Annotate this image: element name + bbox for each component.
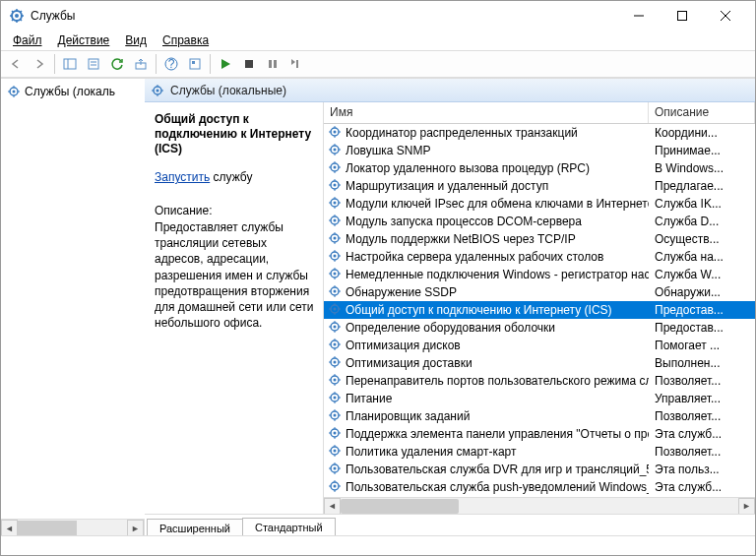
service-row[interactable]: Пользовательская служба DVR для игр и тр… [324, 461, 755, 478]
right-pane: Службы (локальные) Общий доступ к подклю… [145, 79, 755, 535]
service-row[interactable]: Политика удаления смарт-картПозволяет... [324, 443, 755, 461]
menu-view[interactable]: Вид [119, 31, 153, 49]
service-row[interactable]: Планировщик заданийПозволяет... [324, 407, 755, 425]
close-button[interactable] [704, 1, 747, 31]
service-row[interactable]: Ловушка SNMPПринимае... [324, 142, 755, 159]
maximize-button[interactable] [661, 1, 704, 31]
service-row[interactable]: Обнаружение SSDPОбнаружи... [324, 283, 755, 301]
gear-icon [328, 373, 342, 390]
service-row[interactable]: Модули ключей IPsec для обмена ключами в… [324, 195, 755, 213]
svg-point-1 [15, 14, 19, 18]
service-row[interactable]: Пользовательская служба push-уведомлений… [324, 478, 755, 496]
status-bar [1, 535, 755, 555]
list-horizontal-scrollbar[interactable]: ◄ ► [324, 497, 755, 514]
service-name-cell: Ловушка SNMP [346, 144, 430, 157]
export-button[interactable] [130, 53, 152, 75]
svg-point-65 [334, 484, 337, 487]
menu-action[interactable]: Действие [52, 31, 116, 49]
service-rows[interactable]: Координатор распределенных транзакцийКоо… [324, 124, 755, 497]
service-row[interactable]: Перенаправитель портов пользовательского… [324, 372, 755, 390]
gear-icon [328, 462, 342, 478]
menu-file[interactable]: Файл [7, 31, 48, 49]
svg-point-39 [334, 254, 337, 257]
service-name-cell: Пользовательская служба DVR для игр и тр… [346, 463, 649, 476]
service-desc-cell: Предостав... [649, 303, 755, 317]
service-name-cell: Настройка сервера удаленных рабочих стол… [346, 250, 603, 264]
service-row[interactable]: Настройка сервера удаленных рабочих стол… [324, 248, 755, 266]
gear-icon [328, 444, 342, 461]
service-name-cell: Политика удаления смарт-карт [346, 445, 517, 459]
service-row[interactable]: Оптимизация дисковПомогает ... [324, 337, 755, 354]
back-button[interactable] [5, 53, 27, 75]
svg-rect-15 [192, 61, 195, 64]
gear-icon [328, 426, 342, 443]
svg-text:?: ? [168, 57, 175, 71]
column-headers: Имя Описание [324, 102, 755, 124]
gear-icon [328, 178, 342, 195]
right-pane-header: Службы (локальные) [145, 79, 755, 102]
service-name-cell: Перенаправитель портов пользовательского… [346, 374, 649, 388]
service-desc-cell: Служба D... [649, 215, 755, 228]
svg-point-35 [334, 218, 337, 221]
app-icon [9, 8, 25, 24]
service-row[interactable]: Определение оборудования оболочкиПредост… [324, 319, 755, 337]
forward-button[interactable] [29, 53, 50, 75]
svg-point-63 [334, 466, 337, 469]
minimize-button[interactable] [617, 1, 661, 31]
svg-point-47 [334, 325, 337, 328]
service-name-cell: Оптимизация доставки [346, 356, 472, 370]
help-button[interactable]: ? [160, 53, 182, 75]
description-label: Описание: [155, 204, 315, 217]
tab-extended[interactable]: Расширенный [147, 519, 243, 535]
service-row[interactable]: Немедленные подключения Windows - регист… [324, 266, 755, 283]
window-title: Службы [31, 9, 617, 23]
service-row[interactable]: Координатор распределенных транзакцийКоо… [324, 124, 755, 142]
gear-icon [7, 85, 21, 98]
service-desc-cell: В Windows... [649, 161, 755, 175]
gear-icon [328, 160, 342, 177]
svg-rect-18 [274, 60, 277, 68]
service-desc-cell: Позволяет... [649, 409, 755, 423]
service-desc-cell: Обнаружи... [649, 285, 755, 299]
menu-help[interactable]: Справка [157, 31, 215, 49]
service-row[interactable]: Общий доступ к подключению к Интернету (… [324, 301, 755, 319]
service-name-cell: Питание [346, 392, 392, 405]
svg-point-57 [334, 413, 337, 416]
tree-horizontal-scrollbar[interactable]: ◄ ► [1, 519, 144, 535]
service-row[interactable]: Модуль поддержки NetBIOS через TCP/IPОсу… [324, 230, 755, 248]
service-desc-cell: Эта служб... [649, 427, 755, 441]
start-service-button[interactable] [215, 53, 236, 75]
show-hide-tree-button[interactable] [59, 53, 81, 75]
service-name-cell: Модуль запуска процессов DCOM-сервера [346, 215, 582, 228]
restart-service-button[interactable] [285, 53, 307, 75]
svg-point-59 [334, 431, 337, 434]
service-name-cell: Маршрутизация и удаленный доступ [346, 179, 548, 193]
column-description[interactable]: Описание [649, 102, 755, 123]
service-row[interactable]: Поддержка элемента панели управления "От… [324, 425, 755, 443]
svg-point-61 [334, 449, 337, 452]
refresh-button[interactable] [106, 53, 128, 75]
start-service-link[interactable]: Запустить [155, 170, 210, 184]
service-detail-pane: Общий доступ к подключению к Интернету (… [145, 102, 324, 514]
tree-root-services[interactable]: Службы (локаль [3, 83, 143, 100]
content-area: Службы (локаль ◄ ► Службы (локальные) Об… [1, 78, 755, 535]
stop-service-button[interactable] [238, 53, 260, 75]
svg-point-37 [334, 236, 337, 239]
start-service-line: Запустить службу [155, 170, 315, 184]
column-name[interactable]: Имя [324, 102, 649, 123]
service-row[interactable]: Оптимизация доставкиВыполнен... [324, 354, 755, 372]
service-row[interactable]: Маршрутизация и удаленный доступПредлага… [324, 177, 755, 195]
pause-service-button[interactable] [262, 53, 284, 75]
service-row[interactable]: Локатор удаленного вызова процедур (RPC)… [324, 159, 755, 177]
gear-icon [328, 338, 342, 354]
properties-button[interactable] [83, 53, 104, 75]
properties-2-button[interactable] [184, 53, 206, 75]
service-row[interactable]: ПитаниеУправляет... [324, 390, 755, 407]
service-row[interactable]: Модуль запуска процессов DCOM-сервераСлу… [324, 213, 755, 230]
tab-standard[interactable]: Стандартный [242, 518, 336, 535]
gear-icon [328, 231, 342, 248]
service-desc-cell: Выполнен... [649, 356, 755, 370]
toolbar: ? [1, 50, 755, 78]
service-name-cell: Оптимизация дисков [346, 339, 461, 352]
service-name-cell: Поддержка элемента панели управления "От… [346, 427, 649, 441]
